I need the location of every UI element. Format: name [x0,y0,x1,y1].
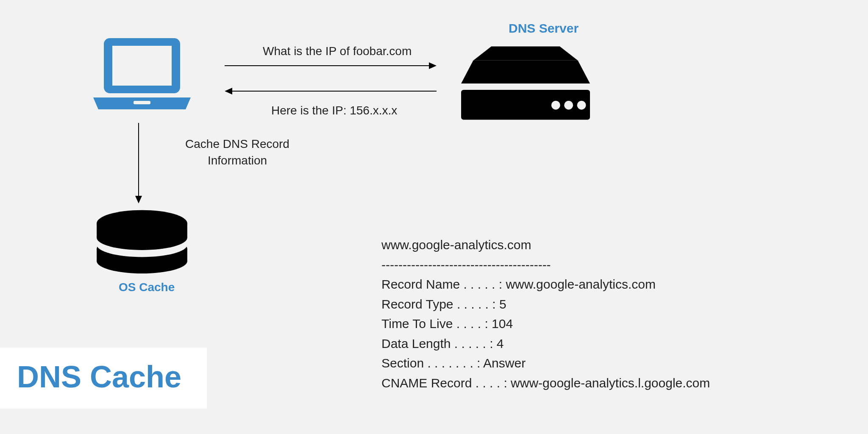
dns-server-label: DNS Server [509,21,579,36]
record-section-line: Section . . . . . . . : Answer [381,353,710,373]
diagram-title: DNS Cache [0,348,207,409]
laptop-icon [89,34,195,120]
record-cname-line: CNAME Record . . . . : www-google-analyt… [381,373,710,393]
disk-icon [89,206,195,279]
server-icon [458,42,593,125]
cache-arrow-line2: Information [208,154,267,167]
response-label: Here is the IP: 156.x.x.x [271,104,397,117]
cache-arrow-line1: Cache DNS Record [185,137,289,150]
arrow-left-icon [225,87,437,95]
dns-record-dump: www.google-analytics.com ---------------… [381,235,710,393]
svg-point-16 [97,210,187,236]
svg-point-4 [551,101,560,110]
os-cache-label: OS Cache [119,281,175,294]
record-datalen-line: Data Length . . . . . : 4 [381,334,710,354]
record-type-line: Record Type . . . . . : 5 [381,295,710,314]
record-ttl-line: Time To Live . . . . : 104 [381,314,710,334]
arrow-right-icon [225,61,437,70]
cache-arrow-label: Cache DNS Record Information [157,136,318,169]
query-label: What is the IP of foobar.com [263,45,412,58]
record-name-line: Record Name . . . . . : www.google-analy… [381,275,710,295]
svg-point-5 [564,101,573,110]
svg-point-6 [577,101,586,110]
record-host: www.google-analytics.com [381,235,710,255]
arrow-down-icon [134,123,143,203]
svg-rect-1 [112,46,172,86]
record-divider: ---------------------------------------- [381,255,710,275]
svg-rect-2 [134,101,150,104]
